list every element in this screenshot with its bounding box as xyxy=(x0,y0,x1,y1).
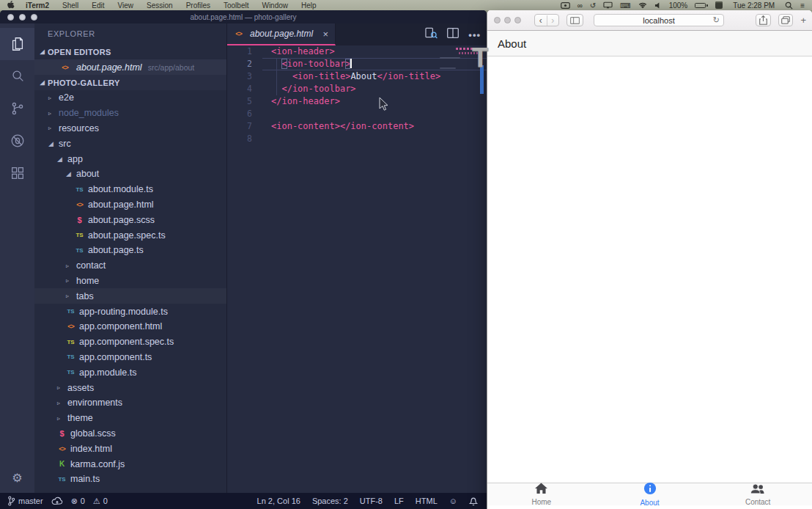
tree-item-karma.conf.js[interactable]: Kkarma.conf.js xyxy=(34,456,226,472)
time-machine-icon[interactable]: ↺ xyxy=(586,1,599,10)
code-line-5[interactable]: 5</ion-header> xyxy=(227,95,487,108)
tree-item-assets[interactable]: ▹assets xyxy=(34,380,226,395)
ionic-tab-about[interactable]: About xyxy=(596,483,704,505)
search-icon[interactable] xyxy=(0,60,34,92)
language-mode[interactable]: HTML xyxy=(416,497,438,505)
battery-percent[interactable]: 100% xyxy=(665,1,692,10)
tree-item-e2e[interactable]: ▹e2e xyxy=(34,90,226,106)
new-tab-button[interactable]: + xyxy=(800,15,808,26)
tree-item-app.component.ts[interactable]: TSapp.component.ts xyxy=(34,350,226,365)
tree-item-resources[interactable]: ▹resources xyxy=(34,121,226,136)
input-source-flag-icon[interactable] xyxy=(712,1,726,9)
feedback-smiley-icon[interactable]: ☺ xyxy=(449,497,457,505)
extensions-icon[interactable] xyxy=(0,157,34,189)
menu-session[interactable]: Session xyxy=(140,1,180,10)
tree-item-theme[interactable]: ▹theme xyxy=(34,411,226,426)
minimize-window-button[interactable] xyxy=(19,14,26,21)
split-editor-icon[interactable] xyxy=(447,28,459,41)
address-bar[interactable]: localhost ↻ xyxy=(594,14,724,26)
warnings-indicator[interactable]: ⚠ 0 xyxy=(93,497,108,506)
code-line-8[interactable]: 8 xyxy=(227,133,487,145)
eol-setting[interactable]: LF xyxy=(394,497,404,505)
tree-item-contact[interactable]: ▹contact xyxy=(34,258,226,274)
close-tab-icon[interactable]: × xyxy=(322,29,328,40)
tree-item-about.page.ts[interactable]: TSabout.page.ts xyxy=(34,243,226,258)
debug-icon[interactable] xyxy=(0,125,34,157)
close-window-button[interactable] xyxy=(494,17,501,23)
encoding-setting[interactable]: UTF-8 xyxy=(360,497,383,505)
airplay-display-icon[interactable] xyxy=(599,1,616,9)
menu-view[interactable]: View xyxy=(111,1,141,10)
tree-item-app[interactable]: ◢app xyxy=(34,151,226,166)
code-line-1[interactable]: 1<ion-header> xyxy=(227,45,487,58)
tree-item-app.component.spec.ts[interactable]: TSapp.component.spec.ts xyxy=(34,334,226,350)
menu-help[interactable]: Help xyxy=(295,1,323,10)
tree-item-src[interactable]: ◢src xyxy=(34,136,226,151)
zoom-window-button[interactable] xyxy=(31,14,37,21)
minimize-window-button[interactable] xyxy=(504,17,511,23)
forward-button[interactable]: › xyxy=(547,15,559,26)
tree-item-environments[interactable]: ▹environments xyxy=(34,395,226,411)
tree-item-main.ts[interactable]: TSmain.ts xyxy=(34,472,226,487)
apple-menu-icon[interactable] xyxy=(0,1,19,10)
menu-shell[interactable]: Shell xyxy=(56,1,85,10)
tab-overview-button[interactable] xyxy=(778,14,793,26)
minimap[interactable] xyxy=(440,57,460,59)
code-line-4[interactable]: 4 </ion-toolbar> xyxy=(227,83,487,95)
share-button[interactable] xyxy=(756,14,771,26)
tree-item-node_modules[interactable]: ▹node_modules xyxy=(34,106,226,121)
zoom-window-button[interactable] xyxy=(514,17,521,23)
tree-item-about.page.html[interactable]: <>about.page.html xyxy=(34,197,226,213)
notification-center-icon[interactable]: ≡ xyxy=(797,1,812,10)
cursor-position[interactable]: Ln 2, Col 16 xyxy=(257,497,300,505)
tree-item-index.html[interactable]: <>index.html xyxy=(34,441,226,456)
ionic-tab-home[interactable]: Home xyxy=(487,483,596,505)
code-line-3[interactable]: 3 <ion-title>About</ion-title> xyxy=(227,70,487,83)
tree-item-about.module.ts[interactable]: TSabout.module.ts xyxy=(34,182,226,197)
minimap[interactable] xyxy=(440,67,456,69)
glasses-icon[interactable]: ∞ xyxy=(574,1,586,10)
tree-item-home[interactable]: ▹home xyxy=(34,274,226,289)
menu-profiles[interactable]: Profiles xyxy=(180,1,217,10)
screen-recording-icon[interactable] xyxy=(557,2,574,9)
menu-toolbelt[interactable]: Toolbelt xyxy=(217,1,255,10)
volume-icon[interactable] xyxy=(651,2,665,9)
more-actions-icon[interactable]: ••• xyxy=(468,29,481,40)
tree-item-tabs[interactable]: ▹tabs xyxy=(34,288,226,304)
errors-indicator[interactable]: ⊗ 0 xyxy=(71,497,85,506)
ionic-tab-contact[interactable]: Contact xyxy=(704,483,812,505)
menu-window[interactable]: Window xyxy=(255,1,295,10)
tree-item-app-routing.module.ts[interactable]: TSapp-routing.module.ts xyxy=(34,304,226,319)
source-control-icon[interactable] xyxy=(0,92,34,125)
reload-icon[interactable]: ↻ xyxy=(713,15,720,25)
editor-tab-about-page-html[interactable]: <> about.page.html × xyxy=(227,23,336,45)
sidebar-toggle-button[interactable] xyxy=(566,14,583,26)
explorer-icon[interactable] xyxy=(0,28,34,60)
open-preview-icon[interactable] xyxy=(425,27,438,42)
vscode-titlebar[interactable]: about.page.html — photo-gallery xyxy=(0,10,487,23)
back-button[interactable]: ‹ xyxy=(535,15,547,26)
open-editors-header[interactable]: ◢ OPEN EDITORS xyxy=(34,44,226,59)
spotlight-icon[interactable] xyxy=(781,1,797,10)
tree-item-about.page.spec.ts[interactable]: TSabout.page.spec.ts xyxy=(34,227,226,243)
sync-cloud-icon[interactable] xyxy=(51,497,63,505)
indentation-setting[interactable]: Spaces: 2 xyxy=(312,497,348,505)
settings-gear-icon[interactable]: ⚙ xyxy=(12,468,22,487)
code-line-7[interactable]: 7<ion-content></ion-content> xyxy=(227,120,487,133)
tree-item-app.component.html[interactable]: <>app.component.html xyxy=(34,319,226,334)
code-editor[interactable]: 1<ion-header>2 <ion-toolbar>3 <ion-title… xyxy=(227,45,487,493)
battery-icon[interactable] xyxy=(691,3,712,8)
tree-item-about.page.scss[interactable]: $about.page.scss xyxy=(34,212,226,227)
project-section-header[interactable]: ◢ PHOTO-GALLERY xyxy=(34,75,226,90)
wifi-icon[interactable] xyxy=(635,2,651,9)
menu-iterm2[interactable]: iTerm2 xyxy=(19,1,56,10)
close-window-button[interactable] xyxy=(7,14,14,21)
git-branch-indicator[interactable]: master xyxy=(7,496,43,506)
menubar-clock[interactable]: Tue 2:28 PM xyxy=(726,1,781,10)
notifications-bell-icon[interactable] xyxy=(469,496,478,506)
code-line-6[interactable]: 6 xyxy=(227,108,487,120)
tree-item-about[interactable]: ◢about xyxy=(34,166,226,182)
tree-item-app.module.ts[interactable]: TSapp.module.ts xyxy=(34,365,226,380)
open-editor-item[interactable]: <> about.page.html src/app/about xyxy=(34,59,226,75)
menu-edit[interactable]: Edit xyxy=(85,1,111,10)
